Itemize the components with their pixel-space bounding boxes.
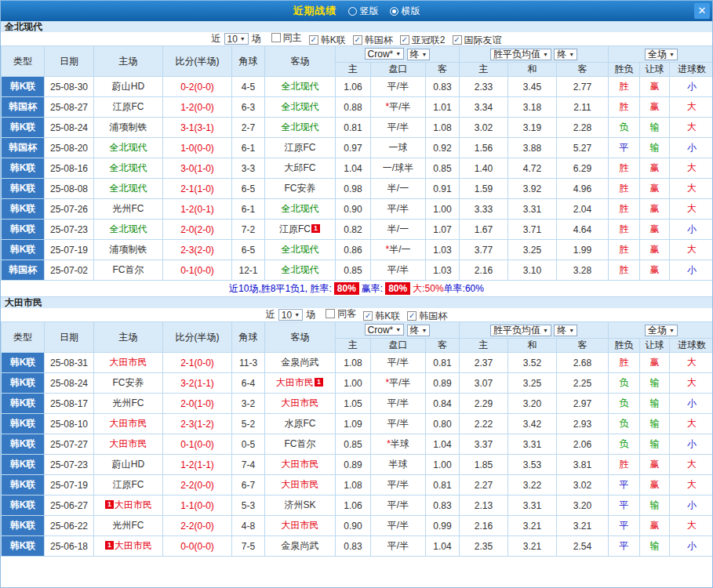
team-name[interactable]: 蔚山HD	[112, 81, 144, 92]
corner-cell: 6-3	[232, 97, 265, 118]
date-cell: 25-06-18	[45, 536, 94, 557]
team-name[interactable]: FC首尔	[113, 264, 144, 275]
team-name[interactable]: 大田市民	[110, 418, 147, 429]
match-count-select[interactable]: 10 ▼	[224, 33, 249, 45]
col-avg-draw: 和	[508, 339, 557, 353]
team-name[interactable]: 全北现代	[282, 81, 319, 92]
avg-away-cell: 3.20	[557, 495, 609, 516]
team-name[interactable]: 金泉尚武	[282, 540, 319, 551]
col-type: 类型	[2, 322, 45, 353]
team-name[interactable]: 全北现代	[282, 264, 319, 275]
team-name[interactable]: 江原FC	[113, 101, 144, 112]
team-name[interactable]: 大邱FC	[285, 162, 316, 173]
filter-checkbox[interactable]: ✓韩国杯	[353, 34, 393, 47]
avg-type-select[interactable]: 胜平负均值▼	[490, 49, 551, 60]
team-name[interactable]: 济州SK	[284, 499, 315, 510]
team-name[interactable]: 大田市民	[110, 438, 147, 449]
home-team-cell: 光州FC	[94, 516, 163, 536]
scope-select[interactable]: 全场▼	[645, 325, 678, 336]
home-team-cell: 1大田市民	[94, 495, 163, 516]
team-name[interactable]: 水原FC	[285, 418, 316, 429]
home-team-cell: 全北现代	[94, 179, 163, 199]
match-count-value: 10	[227, 34, 238, 45]
filter-checkbox[interactable]: ✓韩K联	[309, 34, 346, 47]
layout-radio-vertical[interactable]: 竖版	[348, 5, 379, 18]
score-cell: 0-1(0-0)	[163, 260, 232, 281]
live-odds-marker: *	[385, 101, 389, 112]
team-name[interactable]: 大田市民	[282, 479, 319, 490]
odds-source-select[interactable]: Crow*▼	[365, 324, 405, 336]
team-name[interactable]: 大田市民	[276, 377, 314, 388]
team-name[interactable]: 江原FC	[113, 479, 144, 490]
league-cell: 韩国杯	[2, 260, 45, 281]
chevron-down-icon: ▼	[543, 52, 548, 57]
team-name[interactable]: 全北现代	[110, 142, 147, 153]
home-team-cell: 1大田市民	[94, 536, 163, 557]
team-name[interactable]: 浦项制铁	[110, 122, 147, 132]
filter-checkbox[interactable]: 同主	[271, 31, 302, 45]
match-table-body: 韩K联25-08-31大田市民2-1(0-0)11-3金泉尚武1.08平/半0.…	[2, 353, 713, 557]
team-name[interactable]: FC首尔	[285, 438, 316, 449]
team-name[interactable]: 光州FC	[113, 520, 144, 531]
team-name[interactable]: 全北现代	[282, 244, 319, 255]
team-name[interactable]: 大田市民	[282, 520, 319, 531]
scope-select[interactable]: 全场▼	[645, 49, 678, 60]
team-name[interactable]: 大田市民	[282, 397, 319, 408]
team-name[interactable]: 全北现代	[282, 101, 319, 112]
team-name[interactable]: 全北现代	[282, 122, 319, 132]
score-cell: 2-0(1-0)	[163, 394, 232, 414]
team-name[interactable]: 江原FC	[279, 223, 311, 234]
team-name[interactable]: 浦项制铁	[110, 244, 147, 255]
team-name[interactable]: 大田市民	[115, 499, 152, 510]
team-name[interactable]: 光州FC	[113, 397, 144, 408]
filter-checkbox[interactable]: ✓韩国杯	[407, 310, 447, 323]
filter-checkbox[interactable]: ✓亚冠联2	[400, 34, 446, 47]
team-name[interactable]: FC安养	[113, 377, 144, 388]
odds-home-cell: 0.98	[336, 179, 371, 199]
odds-away-cell: 1.03	[426, 260, 460, 281]
avg-home-cell: 1.67	[460, 220, 508, 240]
league-cell: 韩K联	[2, 475, 45, 495]
league-cell: 韩K联	[2, 495, 45, 516]
filter-checkbox[interactable]: ✓韩K联	[363, 310, 400, 323]
team-name[interactable]: 全北现代	[110, 162, 147, 173]
odds-stage-select[interactable]: 终▼	[407, 49, 431, 60]
score-cell: 2-3(1-2)	[163, 414, 232, 434]
close-icon[interactable]: ✕	[694, 3, 710, 19]
odds-stage-select[interactable]: 终▼	[407, 325, 431, 336]
window-title: 近期战绩	[293, 4, 337, 18]
team-name[interactable]: 大田市民	[110, 357, 147, 368]
filter-checkbox[interactable]: 同客	[326, 307, 356, 321]
team-name[interactable]: 全北现代	[110, 183, 147, 194]
team-name[interactable]: 金泉尚武	[282, 357, 319, 368]
filter-row: 近 10 ▼ 场 同客✓韩K联✓韩国杯	[1, 308, 712, 321]
away-team-cell: 大田市民1	[265, 373, 336, 394]
scope-value: 全场	[648, 48, 667, 61]
recent-results-table: 类型 日期 主场 比分(半场) 角球 客场 Crow*▼ 终▼ 胜平负均值▼ 终…	[1, 45, 713, 281]
league-cell: 韩K联	[2, 179, 45, 199]
match-count-select[interactable]: 10 ▼	[278, 309, 303, 321]
avg-draw-cell: 3.31	[508, 495, 557, 516]
team-name[interactable]: 光州FC	[113, 203, 144, 214]
avg-stage-select[interactable]: 终▼	[554, 49, 577, 60]
team-name[interactable]: 蔚山HD	[112, 459, 144, 470]
away-team-cell: 大田市民	[265, 455, 336, 475]
result-goals-cell: 小	[670, 536, 713, 557]
result-wdl-cell: 负	[609, 118, 640, 138]
result-goals-cell: 大	[670, 475, 713, 495]
team-name[interactable]: 全北现代	[110, 223, 147, 234]
filter-checkbox[interactable]: ✓国际友谊	[453, 34, 502, 47]
team-name[interactable]: 全北现代	[282, 203, 319, 214]
avg-stage-select[interactable]: 终▼	[554, 325, 577, 336]
team-name[interactable]: 大田市民	[282, 459, 319, 470]
team-name[interactable]: 大田市民	[115, 540, 152, 551]
avg-type-select[interactable]: 胜平负均值▼	[490, 325, 551, 336]
team-name[interactable]: FC安养	[285, 183, 316, 194]
date-cell: 25-07-19	[45, 240, 94, 260]
near-label: 近	[266, 308, 275, 321]
avg-draw-cell: 3.31	[508, 434, 557, 455]
odds-source-select[interactable]: Crow*▼	[365, 48, 405, 60]
team-name[interactable]: 江原FC	[285, 142, 316, 153]
layout-radio-horizontal[interactable]: 横版	[390, 5, 420, 18]
avg-away-cell: 2.04	[557, 199, 609, 220]
